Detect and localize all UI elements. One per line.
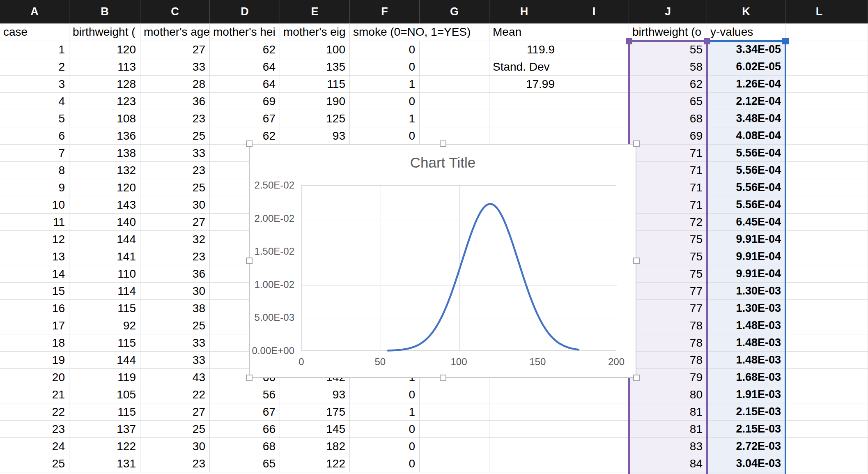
cell-B17[interactable]: 92 xyxy=(69,317,140,334)
cell-F5[interactable]: 1 xyxy=(350,110,420,127)
cell-H3[interactable]: 17.99 xyxy=(489,76,559,93)
cell-M24[interactable] xyxy=(853,438,868,455)
cell-H21[interactable] xyxy=(489,386,559,403)
cell-L1[interactable] xyxy=(785,41,853,58)
header-cell-H[interactable]: Mean xyxy=(489,23,559,41)
cell-C13[interactable]: 23 xyxy=(140,248,210,265)
cell-M6[interactable] xyxy=(853,127,868,145)
cell-B4[interactable]: 123 xyxy=(69,93,140,110)
cell-J5[interactable]: 68 xyxy=(629,110,707,127)
cell-M12[interactable] xyxy=(853,231,868,248)
cell-I6[interactable] xyxy=(559,127,629,145)
cell-K25[interactable]: 3.04E-03 xyxy=(707,455,785,472)
cell-A6[interactable]: 6 xyxy=(0,127,69,145)
cell-A21[interactable]: 21 xyxy=(0,386,69,403)
chart-title[interactable]: Chart Title xyxy=(250,154,636,171)
normal-curve-line[interactable] xyxy=(388,204,579,351)
cell-C14[interactable]: 36 xyxy=(140,265,210,283)
cell-K2[interactable]: 6.02E-05 xyxy=(707,58,785,76)
cell-M25[interactable] xyxy=(853,455,868,472)
y-axis-tick-label[interactable]: 1.50E-02 xyxy=(229,246,294,257)
cell-A2[interactable]: 2 xyxy=(0,58,69,76)
cell-J22[interactable]: 81 xyxy=(629,403,707,421)
cell-A5[interactable]: 5 xyxy=(0,110,69,127)
cell-F2[interactable]: 0 xyxy=(350,58,420,76)
cell-C12[interactable]: 32 xyxy=(140,231,210,248)
cell-K3[interactable]: 1.26E-04 xyxy=(707,76,785,93)
cell-B8[interactable]: 132 xyxy=(69,162,140,179)
column-letter-J[interactable]: J xyxy=(629,0,707,23)
cell-C15[interactable]: 30 xyxy=(140,283,210,300)
cell-A22[interactable]: 22 xyxy=(0,403,69,421)
cell-J10[interactable]: 71 xyxy=(629,196,707,214)
header-cell-K[interactable]: y-values xyxy=(707,23,785,41)
cell-D21[interactable]: 56 xyxy=(210,386,280,403)
y-axis-tick-label[interactable]: 2.00E-02 xyxy=(229,213,294,224)
cell-I1[interactable] xyxy=(559,41,629,58)
cell-B14[interactable]: 110 xyxy=(69,265,140,283)
cell-A3[interactable]: 3 xyxy=(0,76,69,93)
cell-C9[interactable]: 25 xyxy=(140,179,210,196)
cell-F3[interactable]: 1 xyxy=(350,76,420,93)
cell-M9[interactable] xyxy=(853,179,868,196)
cell-M14[interactable] xyxy=(853,265,868,283)
cell-I2[interactable] xyxy=(559,58,629,76)
cell-F25[interactable]: 0 xyxy=(350,455,420,472)
cell-B19[interactable]: 144 xyxy=(69,352,140,369)
chart-resize-handle-ne[interactable] xyxy=(633,140,640,147)
column-letter-L[interactable]: L xyxy=(785,0,853,23)
column-letter-G[interactable]: G xyxy=(420,0,489,23)
cell-C2[interactable]: 33 xyxy=(140,58,210,76)
column-letter-H[interactable]: H xyxy=(489,0,559,23)
x-axis-tick-label[interactable]: 200 xyxy=(592,356,641,368)
cell-E4[interactable]: 190 xyxy=(280,93,350,110)
cell-C3[interactable]: 28 xyxy=(140,76,210,93)
cell-C21[interactable]: 22 xyxy=(140,386,210,403)
cell-L23[interactable] xyxy=(785,421,853,438)
cell-J1[interactable]: 55 xyxy=(629,41,707,58)
cell-A20[interactable]: 20 xyxy=(0,369,69,386)
cell-D2[interactable]: 64 xyxy=(210,58,280,76)
cell-I21[interactable] xyxy=(559,386,629,403)
cell-C18[interactable]: 33 xyxy=(140,334,210,352)
x-axis-tick-label[interactable]: 0 xyxy=(277,356,326,368)
cell-F21[interactable]: 0 xyxy=(350,386,420,403)
cell-L22[interactable] xyxy=(785,403,853,421)
cell-G4[interactable] xyxy=(420,93,489,110)
column-letter-I[interactable]: I xyxy=(559,0,629,23)
cell-J16[interactable]: 77 xyxy=(629,300,707,317)
cell-C22[interactable]: 27 xyxy=(140,403,210,421)
cell-M1[interactable] xyxy=(853,41,868,58)
cell-B16[interactable]: 115 xyxy=(69,300,140,317)
cell-A15[interactable]: 15 xyxy=(0,283,69,300)
cell-J14[interactable]: 75 xyxy=(629,265,707,283)
column-letter-D[interactable]: D xyxy=(210,0,280,23)
cell-J8[interactable]: 71 xyxy=(629,162,707,179)
chart-resize-handle-nw[interactable] xyxy=(246,140,253,147)
cell-M10[interactable] xyxy=(853,196,868,214)
cell-H23[interactable] xyxy=(489,421,559,438)
cell-J3[interactable]: 62 xyxy=(629,76,707,93)
cell-G3[interactable] xyxy=(420,76,489,93)
cell-I5[interactable] xyxy=(559,110,629,127)
cell-M2[interactable] xyxy=(853,58,868,76)
cell-M23[interactable] xyxy=(853,421,868,438)
cell-B24[interactable]: 122 xyxy=(69,438,140,455)
cell-J13[interactable]: 75 xyxy=(629,248,707,265)
cell-I24[interactable] xyxy=(559,438,629,455)
cell-G1[interactable] xyxy=(420,41,489,58)
column-letter-K[interactable]: K xyxy=(707,0,785,23)
cell-B12[interactable]: 144 xyxy=(69,231,140,248)
cell-E24[interactable]: 182 xyxy=(280,438,350,455)
header-cell-A[interactable]: case xyxy=(0,23,69,41)
cell-B2[interactable]: 113 xyxy=(69,58,140,76)
cell-L6[interactable] xyxy=(785,127,853,145)
cell-L21[interactable] xyxy=(785,386,853,403)
cell-L24[interactable] xyxy=(785,438,853,455)
chart-resize-handle-s[interactable] xyxy=(440,375,446,381)
cell-G25[interactable] xyxy=(420,455,489,472)
cell-C16[interactable]: 38 xyxy=(140,300,210,317)
cell-K5[interactable]: 3.48E-04 xyxy=(707,110,785,127)
cell-M22[interactable] xyxy=(853,403,868,421)
cell-J2[interactable]: 58 xyxy=(629,58,707,76)
